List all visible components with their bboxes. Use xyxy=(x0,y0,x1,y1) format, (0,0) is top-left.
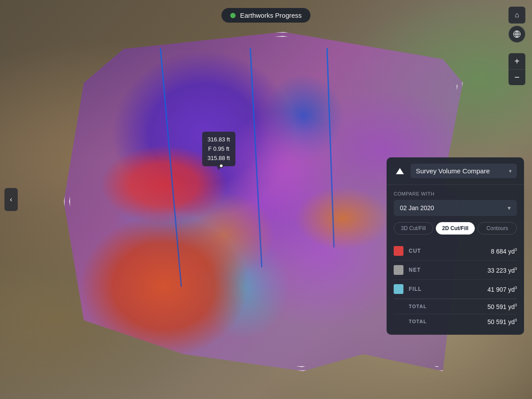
svg-marker-4 xyxy=(396,168,404,174)
panel-title-text: Survey Volume Compare xyxy=(416,167,490,175)
compare-chevron-icon: ▾ xyxy=(508,204,511,211)
fill-row: FILL 41 907 yd3 xyxy=(394,280,517,299)
total-label-1: TOTAL xyxy=(394,304,487,309)
map-container[interactable]: 316.83 ft F 0.95 ft 315.88 ft Earthworks… xyxy=(0,0,532,399)
net-row: NET 33 223 yd3 xyxy=(394,261,517,280)
cut-label: CUT xyxy=(409,248,491,254)
net-swatch xyxy=(394,265,403,275)
globe-icon xyxy=(513,30,521,38)
tab-contours[interactable]: Contours xyxy=(477,222,517,235)
mountain-icon xyxy=(394,165,406,177)
view-tabs: 3D Cut/Fill 2D Cut/Fill Contours xyxy=(394,222,517,235)
status-dot xyxy=(230,13,235,18)
net-value: 33 223 yd3 xyxy=(487,266,517,274)
nav-controls: ⌂ xyxy=(509,7,525,43)
zoom-out-icon: − xyxy=(514,72,520,82)
tab-2d-cut-fill[interactable]: 2D Cut/Fill xyxy=(436,222,475,235)
badge-label: Earthworks Progress xyxy=(240,12,301,19)
panel-title-dropdown[interactable]: Survey Volume Compare ▾ xyxy=(411,164,517,178)
globe-button[interactable] xyxy=(509,26,525,43)
compare-date-value: 02 Jan 2020 xyxy=(400,204,434,211)
total-value-1: 50 591 yd3 xyxy=(487,303,517,310)
home-button[interactable]: ⌂ xyxy=(509,7,525,23)
fill-label: FILL xyxy=(409,286,487,292)
panel-chevron-icon: ▾ xyxy=(509,168,512,174)
header-badge: Earthworks Progress xyxy=(221,8,310,23)
cut-row: CUT 8 684 yd3 xyxy=(394,242,517,261)
total-label-2: TOTAL xyxy=(394,319,487,324)
home-icon: ⌂ xyxy=(515,11,519,19)
zoom-in-button[interactable]: + xyxy=(509,53,525,69)
total-row-1: TOTAL 50 591 yd3 xyxy=(394,299,517,314)
total-value-2: 50 591 yd3 xyxy=(487,318,517,325)
zoom-out-button[interactable]: − xyxy=(509,69,525,85)
compare-date-select[interactable]: 02 Jan 2020 ▾ xyxy=(394,200,517,216)
data-rows: CUT 8 684 yd3 NET 33 223 yd3 FILL 41 907… xyxy=(394,242,517,329)
total-row-2: TOTAL 50 591 yd3 xyxy=(394,314,517,329)
tooltip-dot xyxy=(219,164,223,168)
panel-body: Compare With 02 Jan 2020 ▾ 3D Cut/Fill 2… xyxy=(387,185,524,335)
compare-with-label: Compare With xyxy=(394,191,517,196)
fill-value: 41 907 yd3 xyxy=(487,286,517,293)
panel-header: Survey Volume Compare ▾ xyxy=(387,157,524,185)
zoom-in-icon: + xyxy=(514,56,520,66)
left-arrow-button[interactable]: ‹ xyxy=(4,188,18,211)
cut-value: 8 684 yd3 xyxy=(491,247,517,255)
fill-swatch xyxy=(394,284,403,294)
net-label: NET xyxy=(409,267,487,273)
cut-swatch xyxy=(394,246,403,256)
tab-3d-cut-fill[interactable]: 3D Cut/Fill xyxy=(394,222,433,235)
zoom-controls: + − xyxy=(509,53,525,85)
survey-panel: Survey Volume Compare ▾ Compare With 02 … xyxy=(387,157,524,335)
left-arrow-icon: ‹ xyxy=(10,196,12,203)
